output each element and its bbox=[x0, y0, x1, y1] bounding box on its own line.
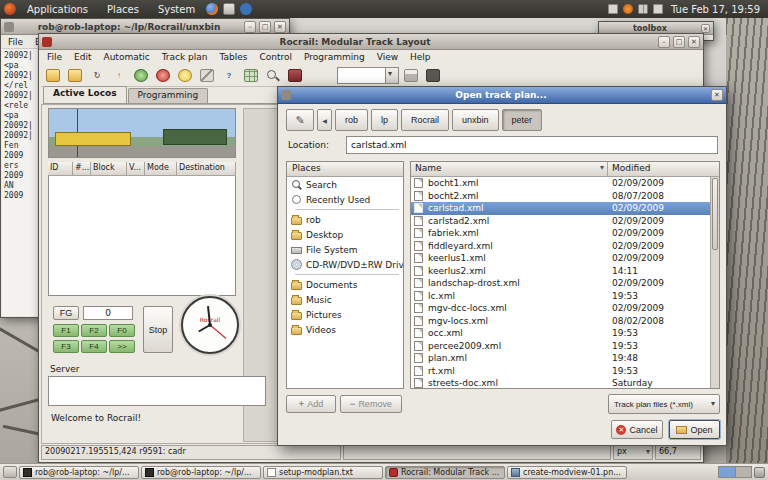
path-button[interactable]: peter bbox=[502, 109, 543, 131]
places-header[interactable]: Places bbox=[287, 162, 403, 177]
taskbar-window-button[interactable]: rob@rob-laptop: ~/lp/... bbox=[141, 466, 261, 479]
file-type-filter[interactable]: Track plan files (*.xml) bbox=[608, 394, 720, 414]
toolbar-button[interactable] bbox=[175, 66, 195, 85]
f1-button[interactable]: F1 bbox=[53, 324, 79, 337]
evolution-icon[interactable] bbox=[223, 3, 235, 15]
trash-icon[interactable] bbox=[754, 467, 765, 478]
file-row[interactable]: percee2009.xml 19:53 bbox=[411, 340, 710, 353]
file-row[interactable]: keerlus2.xml 14:11 bbox=[411, 265, 710, 278]
help-icon[interactable] bbox=[240, 3, 252, 15]
location-input[interactable] bbox=[346, 136, 718, 154]
toolbar-button[interactable] bbox=[153, 66, 173, 85]
place-item[interactable]: Documents bbox=[287, 277, 403, 292]
update-icon[interactable] bbox=[623, 4, 633, 14]
close-icon[interactable] bbox=[701, 24, 710, 33]
close-icon[interactable] bbox=[711, 89, 723, 101]
volume-icon[interactable] bbox=[653, 4, 663, 14]
mail-icon[interactable] bbox=[608, 4, 618, 14]
network-icon[interactable] bbox=[638, 4, 648, 14]
toolbar-button[interactable] bbox=[65, 66, 85, 85]
maximize-icon[interactable] bbox=[259, 21, 271, 33]
rocrail-menu-item[interactable]: Control bbox=[253, 50, 298, 65]
loco-column-header[interactable]: ID bbox=[48, 162, 73, 176]
loco-column-header[interactable]: #... bbox=[73, 162, 91, 176]
file-row[interactable]: carlstad2.xml 02/09/2009 bbox=[411, 215, 710, 228]
unit-select[interactable]: px bbox=[613, 445, 653, 460]
speed-value-field[interactable]: 0 bbox=[83, 306, 133, 320]
file-row[interactable]: carlstad.xml 02/09/2009 bbox=[411, 202, 710, 215]
f2-button[interactable]: F2 bbox=[81, 324, 107, 337]
file-row[interactable]: rt.xml 19:53 bbox=[411, 365, 710, 378]
toolbar-button[interactable] bbox=[423, 66, 443, 85]
loco-column-header[interactable]: V... bbox=[127, 162, 145, 176]
path-button[interactable]: rob bbox=[335, 109, 368, 131]
loco-column-header[interactable]: Block bbox=[91, 162, 127, 176]
place-item[interactable]: Music bbox=[287, 292, 403, 307]
place-item[interactable]: rob bbox=[287, 212, 403, 227]
server-log[interactable] bbox=[48, 376, 266, 406]
more-functions-button[interactable]: >> bbox=[109, 340, 135, 353]
path-button[interactable]: lp bbox=[371, 109, 398, 131]
file-row[interactable]: bocht1.xml 02/09/2009 bbox=[411, 177, 710, 190]
column-header-modified[interactable]: Modified bbox=[608, 162, 719, 177]
panel-menu[interactable]: Applications bbox=[20, 3, 95, 16]
close-icon[interactable] bbox=[274, 21, 286, 33]
panel-menu[interactable]: Places bbox=[100, 3, 146, 16]
file-row[interactable]: fabriek.xml 02/09/2009 bbox=[411, 227, 710, 240]
tab[interactable]: Programming bbox=[128, 88, 209, 103]
loco-column-header[interactable]: Destination bbox=[177, 162, 236, 176]
show-desktop-icon[interactable] bbox=[3, 466, 17, 478]
file-row[interactable]: keerlus1.xml 02/09/2009 bbox=[411, 252, 710, 265]
workspace-switcher[interactable] bbox=[718, 466, 752, 478]
f4-button[interactable]: F4 bbox=[81, 340, 107, 353]
minimize-icon[interactable] bbox=[658, 36, 670, 48]
file-row[interactable]: bocht2.xml 08/07/2008 bbox=[411, 190, 710, 203]
toolbar-button[interactable] bbox=[87, 66, 107, 85]
add-bookmark-button[interactable]: Add bbox=[286, 395, 336, 413]
scrollbar[interactable] bbox=[710, 177, 719, 388]
loco-list[interactable] bbox=[48, 176, 236, 296]
dialog-titlebar[interactable]: Open track plan... bbox=[278, 87, 726, 104]
terminal-menu-item[interactable]: File bbox=[2, 35, 29, 48]
workspace-1[interactable] bbox=[719, 467, 735, 477]
zoom-combo[interactable] bbox=[337, 67, 399, 84]
file-row[interactable]: landschap-drost.xml 02/09/2009 bbox=[411, 277, 710, 290]
taskbar-window-button[interactable]: rob@rob-laptop: ~/lp/... bbox=[19, 466, 139, 479]
file-row[interactable]: fiddleyard.xml 02/09/2009 bbox=[411, 240, 710, 253]
toolbar-button[interactable] bbox=[285, 66, 305, 85]
firefox-icon[interactable] bbox=[206, 3, 218, 15]
f3-button[interactable]: F3 bbox=[53, 340, 79, 353]
rocrail-menu-item[interactable]: Edit bbox=[68, 50, 97, 65]
open-button[interactable]: Open bbox=[669, 420, 720, 439]
toolbar-button[interactable] bbox=[43, 66, 63, 85]
f0-button[interactable]: F0 bbox=[109, 324, 135, 337]
rocrail-menu-item[interactable]: Help bbox=[404, 50, 437, 65]
file-row[interactable]: mgv-dcc-locs.xml 02/09/2009 bbox=[411, 302, 710, 315]
maximize-icon[interactable] bbox=[673, 36, 685, 48]
place-item[interactable]: File System bbox=[287, 242, 403, 257]
toolbar-button[interactable] bbox=[109, 66, 129, 85]
place-item[interactable]: CD-RW/DVD±RW Drive bbox=[287, 257, 403, 272]
toolbar-button[interactable] bbox=[197, 66, 217, 85]
scrollbar-thumb[interactable] bbox=[712, 178, 718, 250]
rocrail-menu-item[interactable]: View bbox=[371, 50, 404, 65]
path-button[interactable]: Rocrail bbox=[401, 109, 449, 131]
taskbar-window-button[interactable]: setup-modplan.txt bbox=[263, 466, 383, 479]
clock[interactable]: Tue Feb 17, 19:59 bbox=[667, 4, 764, 15]
file-row[interactable]: occ.xml 19:53 bbox=[411, 327, 710, 340]
workspace-2[interactable] bbox=[735, 467, 751, 477]
path-button[interactable]: unxbin bbox=[452, 109, 499, 131]
toolbar-button[interactable] bbox=[241, 66, 261, 85]
rocrail-menu-item[interactable]: Programming bbox=[298, 50, 371, 65]
place-item[interactable]: Search bbox=[287, 177, 403, 192]
cancel-button[interactable]: Cancel bbox=[611, 420, 663, 439]
place-item[interactable]: Recently Used bbox=[287, 192, 403, 207]
rocrail-titlebar[interactable]: Rocrail: Modular Track Layout bbox=[39, 34, 703, 50]
rocrail-menu-item[interactable]: Automatic bbox=[98, 50, 156, 65]
place-item[interactable]: Pictures bbox=[287, 307, 403, 322]
rocrail-menu-item[interactable]: File bbox=[41, 50, 68, 65]
minimize-icon[interactable] bbox=[244, 21, 256, 33]
file-row[interactable]: streets-doc.xml Saturday bbox=[411, 377, 710, 388]
taskbar-window-button[interactable]: create-modview-01.pn... bbox=[507, 466, 627, 479]
toolbar-button[interactable] bbox=[131, 66, 151, 85]
